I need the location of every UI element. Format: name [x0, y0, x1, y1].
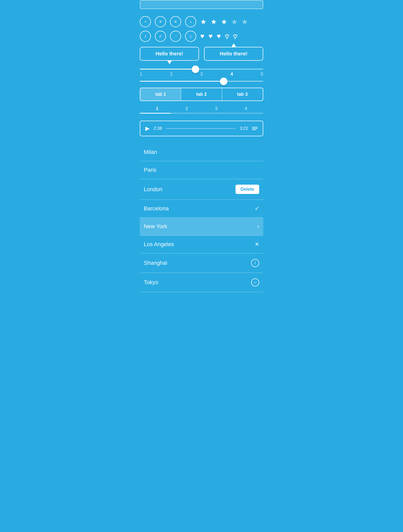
- media-player: ▶ 2:38 3:22: [140, 121, 263, 136]
- star-3-icon[interactable]: ★: [221, 18, 227, 26]
- list-item-shanghai-text: Shanghai: [144, 260, 167, 266]
- list-item-paris-text: Paris: [144, 167, 156, 173]
- playlist-icon[interactable]: [252, 127, 258, 130]
- newyork-chevron-icon: ›: [257, 223, 259, 230]
- bubbles-row: Hello there! Hello there!: [140, 47, 263, 61]
- heart-3-icon[interactable]: ♥: [217, 32, 221, 40]
- steps-fill: [140, 113, 171, 114]
- home-icon[interactable]: ⌂: [185, 31, 196, 42]
- tokyo-minus-icon[interactable]: −: [251, 278, 259, 286]
- bubble-top: Hello there!: [204, 47, 263, 61]
- step-3[interactable]: 3: [215, 106, 218, 111]
- icons-section: − + × › ★ ★ ★ ★ ★ i ✓ ··· ⌂ ♥ ♥ ♥: [140, 16, 263, 42]
- list-item-milan-text: Milan: [144, 149, 157, 155]
- star-2-icon[interactable]: ★: [211, 18, 217, 26]
- menu-line-3: [252, 129, 256, 130]
- close-icon[interactable]: ×: [170, 16, 181, 27]
- star-4-icon[interactable]: ★: [231, 18, 238, 26]
- slider-1-track[interactable]: [140, 69, 263, 70]
- progress-bar[interactable]: [166, 128, 236, 129]
- list-item-newyork[interactable]: New York ›: [140, 218, 263, 236]
- star-5-icon[interactable]: ★: [242, 18, 248, 26]
- more-icon[interactable]: ···: [170, 31, 181, 42]
- list-item-losangeles-text: Los Angeles: [144, 241, 174, 248]
- star-1-icon[interactable]: ★: [200, 18, 207, 26]
- plus-icon[interactable]: +: [155, 16, 166, 27]
- bubble-bottom-text: Hello there!: [155, 51, 183, 56]
- minus-icon[interactable]: −: [140, 16, 151, 27]
- bubble-top-text: Hello there!: [220, 51, 247, 56]
- slider-label-5: 5: [261, 72, 263, 77]
- delete-button[interactable]: Delete: [236, 185, 259, 194]
- slider-labels: 1 2 3 4 5: [140, 72, 263, 77]
- slider-label-4: 4: [230, 72, 233, 77]
- slider-2-thumb[interactable]: [220, 78, 227, 85]
- play-button[interactable]: ▶: [145, 125, 150, 132]
- list-item-losangeles[interactable]: Los Angeles ✕: [140, 236, 263, 253]
- sliders-section: 1 2 3 4 5: [140, 69, 263, 82]
- check-icon[interactable]: ✓: [155, 31, 166, 42]
- slider-label-1: 1: [140, 72, 142, 77]
- menu-line-2: [252, 128, 258, 129]
- info-icon[interactable]: i: [140, 31, 151, 42]
- heart-5-icon[interactable]: ♥: [233, 32, 238, 40]
- tab-2[interactable]: tab 2: [181, 88, 222, 101]
- tab-3[interactable]: tab 3: [222, 88, 263, 101]
- list-item-london-text: London: [144, 186, 162, 193]
- slider-1-wrapper: [140, 69, 263, 70]
- list-section: Milan Paris London Delete Barcelona ✓ Ne…: [140, 143, 263, 292]
- tabs-bar: tab 1 tab 2 tab 3: [140, 88, 263, 101]
- list-item-tokyo-text: Tokyo: [144, 279, 158, 286]
- list-item-newyork-text: New York: [144, 223, 167, 230]
- heart-2-icon[interactable]: ♥: [209, 32, 213, 40]
- center-panel: − + × › ★ ★ ★ ★ ★ i ✓ ··· ⌂ ♥ ♥ ♥: [140, 0, 263, 532]
- list-item-barcelona-text: Barcelona: [144, 205, 169, 212]
- heart-1-icon[interactable]: ♥: [200, 32, 205, 40]
- step-4[interactable]: 4: [245, 106, 247, 111]
- list-item-shanghai[interactable]: Shanghai i: [140, 253, 263, 273]
- bubble-bottom: Hello there!: [140, 47, 199, 61]
- list-item-london[interactable]: London Delete: [140, 179, 263, 200]
- tab-1[interactable]: tab 1: [140, 88, 181, 101]
- step-2[interactable]: 2: [185, 106, 188, 111]
- steps-row: 1 2 3 4: [140, 106, 263, 111]
- shanghai-info-icon[interactable]: i: [251, 259, 259, 267]
- slider-label-2: 2: [170, 72, 173, 77]
- time-end: 3:22: [240, 126, 248, 131]
- list-item-barcelona[interactable]: Barcelona ✓: [140, 200, 263, 218]
- steps-track: [140, 113, 263, 114]
- list-item-paris[interactable]: Paris: [140, 161, 263, 179]
- top-bar: [140, 0, 263, 9]
- slider-label-3: 3: [200, 72, 203, 77]
- time-start: 2:38: [154, 126, 162, 131]
- list-item-milan[interactable]: Milan: [140, 143, 263, 161]
- slider-2-fill: [140, 81, 224, 82]
- icon-row-1: − + × › ★ ★ ★ ★ ★: [140, 16, 263, 27]
- step-1[interactable]: 1: [156, 106, 158, 111]
- menu-line-1: [252, 127, 258, 127]
- tabs-section: tab 1 tab 2 tab 3: [140, 88, 263, 101]
- slider-2-wrapper: [140, 81, 263, 82]
- slider-2-track[interactable]: [140, 81, 263, 82]
- slider-1-fill: [140, 69, 195, 70]
- icon-row-2: i ✓ ··· ⌂ ♥ ♥ ♥ ♥ ♥: [140, 31, 263, 42]
- losangeles-close-icon: ✕: [255, 241, 259, 248]
- outer-container: − + × › ★ ★ ★ ★ ★ i ✓ ··· ⌂ ♥ ♥ ♥: [0, 0, 403, 532]
- barcelona-check-icon: ✓: [255, 205, 259, 212]
- heart-4-icon[interactable]: ♥: [225, 32, 229, 40]
- slider-1-thumb[interactable]: [192, 65, 199, 73]
- list-item-tokyo[interactable]: Tokyo −: [140, 273, 263, 292]
- chevron-right-icon[interactable]: ›: [185, 16, 196, 27]
